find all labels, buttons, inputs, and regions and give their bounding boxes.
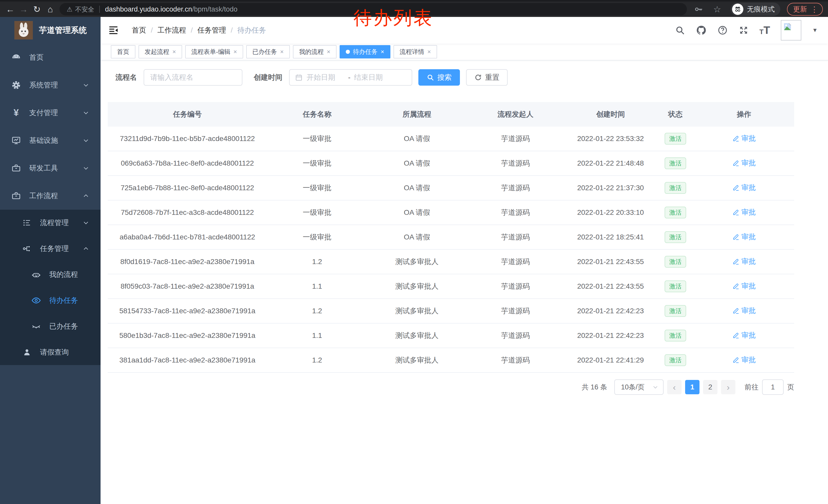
cell-process: OA 请假 (367, 208, 467, 217)
approve-link[interactable]: 审批 (732, 355, 756, 365)
close-icon[interactable]: × (172, 48, 176, 55)
range-separator: - (348, 73, 350, 82)
cell-status: 激活 (657, 280, 694, 292)
approve-link[interactable]: 审批 (732, 257, 756, 266)
password-key-icon[interactable] (694, 3, 704, 16)
breadcrumb-item-task-management[interactable]: 任务管理 (198, 26, 226, 35)
cell-time: 2022-01-22 20:33:10 (564, 209, 657, 217)
cell-task-id: 580e1b3d-7ac8-11ec-a9e2-a2380e71991a (108, 331, 267, 340)
sidebar-item-task-management[interactable]: 任务管理 (0, 236, 100, 262)
page-size-select[interactable]: 10条/页 (614, 379, 664, 395)
help-icon[interactable] (717, 25, 728, 35)
browser-back-button[interactable]: ← (4, 3, 17, 16)
bookmark-star-icon[interactable]: ☆ (710, 3, 724, 16)
tab-home[interactable]: 首页 (111, 45, 135, 58)
sidebar-item-todo-tasks[interactable]: 待办任务 (0, 287, 100, 313)
org-tree-icon (21, 244, 33, 253)
avatar[interactable] (781, 20, 801, 41)
next-page-button[interactable]: › (721, 380, 735, 394)
col-task-name: 任务名称 (267, 109, 367, 119)
tab-process-detail[interactable]: 流程详情× (394, 45, 437, 58)
browser-reload-button[interactable]: ↻ (30, 3, 44, 16)
cell-actions: 审批 (694, 281, 794, 291)
page-1-button[interactable]: 1 (685, 380, 700, 394)
approve-link[interactable]: 审批 (732, 208, 756, 217)
tab-todo-tasks[interactable]: 待办任务× (340, 45, 390, 58)
tab-start-process[interactable]: 发起流程× (138, 45, 182, 58)
search-button[interactable]: 搜索 (418, 69, 460, 86)
process-name-input[interactable] (143, 69, 242, 86)
sidebar-item-system[interactable]: 系统管理 (0, 71, 100, 99)
approve-link[interactable]: 审批 (732, 158, 756, 168)
table-row: 8f059c03-7ac8-11ec-a9e2-a2380e71991a 1.1… (108, 274, 794, 299)
sidebar-item-payment[interactable]: ¥ 支付管理 (0, 99, 100, 127)
sidebar-collapse-icon[interactable] (104, 21, 123, 40)
browser-home-button[interactable]: ⌂ (44, 3, 57, 16)
approve-link[interactable]: 审批 (732, 306, 756, 316)
browser-update-button[interactable]: 更新 ⋮ (787, 3, 823, 16)
fullscreen-icon[interactable] (739, 25, 749, 35)
sidebar-item-infrastructure[interactable]: 基础设施 (0, 127, 100, 154)
cell-process: 测试多审批人 (367, 331, 467, 340)
cell-actions: 审批 (694, 158, 794, 169)
sidebar-item-my-process[interactable]: 我的流程 (0, 262, 100, 287)
status-badge: 激活 (665, 256, 686, 268)
browser-forward-button[interactable]: → (17, 3, 30, 16)
edit-pencil-icon (732, 233, 740, 240)
breadcrumb-item-workflow[interactable]: 工作流程 (158, 26, 186, 35)
tab-done-tasks[interactable]: 已办任务× (246, 45, 290, 58)
security-chip[interactable]: ⚠ 不安全 (67, 5, 94, 13)
cell-actions: 审批 (694, 134, 794, 144)
date-range-picker[interactable]: - (289, 69, 412, 86)
end-date-input[interactable] (354, 73, 392, 82)
sidebar-item-process-management[interactable]: 流程管理 (0, 210, 100, 236)
close-icon[interactable]: × (381, 48, 384, 55)
cell-status: 激活 (657, 182, 694, 194)
font-size-icon[interactable]: TT (759, 26, 770, 35)
sidebar-item-leave-query[interactable]: 请假查询 (0, 339, 100, 365)
table-row: 381aa1dd-7ac8-11ec-a9e2-a2380e71991a 1.2… (108, 348, 794, 373)
tab-my-process[interactable]: 我的流程× (293, 45, 336, 58)
close-icon[interactable]: × (327, 48, 330, 55)
approve-link[interactable]: 审批 (732, 134, 756, 143)
cell-time: 2022-01-22 23:53:32 (564, 135, 657, 143)
breadcrumb-separator: / (191, 26, 193, 34)
sidebar-item-label: 系统管理 (29, 80, 58, 90)
sidebar-item-dev-tools[interactable]: 研发工具 (0, 154, 100, 182)
sidebar-item-done-tasks[interactable]: 已办任务 (0, 313, 100, 339)
table-row: 73211d9d-7b9b-11ec-b5b7-acde48001122 一级审… (108, 127, 794, 151)
incognito-label: 无痕模式 (747, 5, 775, 14)
status-badge: 激活 (665, 330, 686, 342)
close-icon[interactable]: × (234, 48, 237, 55)
avatar-caret-icon[interactable]: ▼ (812, 27, 818, 34)
goto-page-input[interactable] (762, 379, 784, 395)
tab-form-edit[interactable]: 流程表单-编辑× (185, 45, 243, 58)
start-date-input[interactable] (306, 73, 344, 82)
sidebar-item-label: 已办任务 (49, 321, 78, 331)
reset-button[interactable]: 重置 (466, 69, 508, 86)
github-icon[interactable] (696, 25, 707, 36)
prev-page-button[interactable]: ‹ (667, 380, 681, 394)
approve-link[interactable]: 审批 (732, 330, 756, 340)
table-header: 任务编号 任务名称 所属流程 流程发起人 创建时间 状态 操作 (108, 102, 794, 127)
sidebar-item-home[interactable]: 首页 (0, 44, 100, 71)
approve-link[interactable]: 审批 (732, 183, 756, 192)
table-row: 58154733-7ac8-11ec-a9e2-a2380e71991a 1.2… (108, 299, 794, 324)
sidebar-item-label: 我的流程 (49, 270, 78, 279)
cell-time: 2022-01-21 22:41:29 (564, 356, 657, 364)
status-badge: 激活 (665, 207, 686, 219)
app-logo-row[interactable]: 芋道管理系统 (0, 17, 100, 44)
close-icon[interactable]: × (427, 48, 431, 55)
workflow-submenu: 流程管理 任务管理 我的流程 待办任务 已办任务 请假 (0, 210, 100, 365)
breadcrumb: 首页 / 工作流程 / 任务管理 / 待办任务 (132, 26, 266, 35)
sidebar-item-workflow[interactable]: 工作流程 (0, 182, 100, 210)
close-icon[interactable]: × (280, 48, 284, 55)
edit-pencil-icon (732, 209, 740, 216)
browser-menu-icon[interactable]: ⋮ (811, 5, 818, 14)
page-2-button[interactable]: 2 (703, 380, 717, 394)
briefcase-icon (10, 191, 22, 201)
approve-link[interactable]: 审批 (732, 281, 756, 291)
search-icon[interactable] (675, 25, 685, 35)
approve-link[interactable]: 审批 (732, 232, 756, 242)
breadcrumb-item-home[interactable]: 首页 (132, 26, 146, 35)
